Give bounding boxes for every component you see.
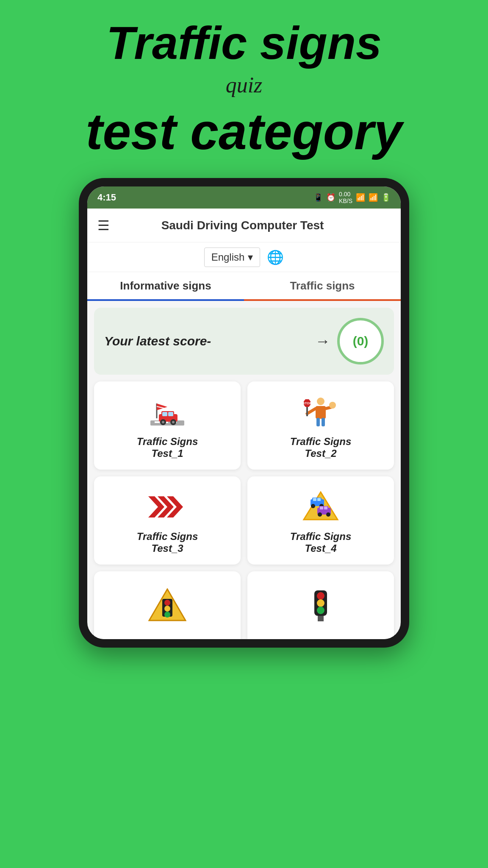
test1-icon <box>146 395 189 429</box>
test-card-3[interactable]: Traffic SignsTest_3 <box>94 476 241 565</box>
svg-point-34 <box>311 504 315 508</box>
test6-icon <box>299 588 342 622</box>
test-card-6[interactable] <box>247 571 394 639</box>
svg-point-41 <box>326 512 330 517</box>
svg-point-44 <box>164 600 170 606</box>
svg-rect-38 <box>320 506 323 509</box>
svg-point-45 <box>164 606 170 612</box>
svg-point-51 <box>317 606 324 614</box>
partial-row <box>87 571 401 639</box>
svg-point-24 <box>329 402 336 409</box>
test-card-2[interactable]: STOP Traffic SignsTest_2 <box>247 381 394 470</box>
svg-point-15 <box>317 398 324 405</box>
test5-icon <box>146 588 189 622</box>
test3-label: Traffic SignsTest_3 <box>137 531 198 554</box>
globe-icon[interactable]: 🌐 <box>267 249 284 265</box>
svg-line-19 <box>307 409 316 414</box>
language-bar: English ▾ 🌐 <box>87 242 401 272</box>
svg-rect-18 <box>322 418 325 426</box>
svg-rect-17 <box>316 418 320 426</box>
svg-rect-33 <box>317 498 321 501</box>
status-icons: 📱 ⏰ 0.00KB/S 📶 📶 🔋 <box>313 191 391 204</box>
score-label: Your latest score- <box>104 334 308 348</box>
test3-icon <box>146 490 189 524</box>
signal-icon: 📶 <box>369 193 378 202</box>
score-circle: (0) <box>337 318 384 364</box>
header-title-line3: test category <box>25 106 463 157</box>
svg-text:STOP: STOP <box>302 401 312 405</box>
svg-point-11 <box>172 421 175 423</box>
status-bar: 4:15 📱 ⏰ 0.00KB/S 📶 📶 🔋 <box>87 186 401 209</box>
tab-informative-signs[interactable]: Informative signs <box>87 272 244 301</box>
test4-label: Traffic SignsTest_4 <box>290 531 352 554</box>
test-card-4[interactable]: ! <box>247 476 394 565</box>
dropdown-icon: ▾ <box>248 251 253 263</box>
battery-icon: 🔋 <box>381 193 391 202</box>
svg-rect-1 <box>155 421 160 423</box>
svg-point-9 <box>162 421 164 423</box>
svg-point-49 <box>317 592 324 600</box>
svg-rect-39 <box>324 506 327 509</box>
tab-traffic-signs[interactable]: Traffic signs <box>244 272 401 301</box>
alarm-icon: ⏰ <box>326 193 336 202</box>
svg-rect-7 <box>168 412 173 416</box>
app-bar: ☰ Saudi Driving Computer Test <box>87 209 401 242</box>
test2-label: Traffic SignsTest_2 <box>290 436 352 459</box>
svg-point-40 <box>318 512 322 517</box>
test4-icon: ! <box>299 490 342 524</box>
language-label: English <box>211 251 245 263</box>
svg-point-50 <box>317 599 324 607</box>
page-header: Traffic signs quiz test category <box>0 0 488 165</box>
sim-icon: 📱 <box>313 193 323 202</box>
header-subtitle: quiz <box>25 72 463 97</box>
svg-rect-6 <box>162 412 167 416</box>
status-time: 4:15 <box>97 192 116 203</box>
wifi-icon: 📶 <box>356 193 365 202</box>
svg-rect-16 <box>316 406 326 419</box>
phone-frame: 4:15 📱 ⏰ 0.00KB/S 📶 📶 🔋 ☰ Saudi Driving … <box>79 178 409 648</box>
menu-icon[interactable]: ☰ <box>97 217 110 234</box>
data-speed: 0.00KB/S <box>339 191 352 204</box>
test-grid: Traffic SignsTest_1 <box>87 381 401 571</box>
svg-rect-32 <box>313 498 316 501</box>
score-arrow: → <box>315 332 330 350</box>
test-card-5[interactable] <box>94 571 241 639</box>
header-title-line1: Traffic signs <box>25 17 463 68</box>
language-dropdown[interactable]: English ▾ <box>204 248 261 267</box>
app-title: Saudi Driving Computer Test <box>120 219 365 232</box>
test1-label: Traffic SignsTest_1 <box>137 436 198 459</box>
score-value: (0) <box>353 334 369 348</box>
svg-point-46 <box>164 612 170 618</box>
test2-icon: STOP <box>299 395 342 429</box>
test-card-1[interactable]: Traffic SignsTest_1 <box>94 381 241 470</box>
tabs-row: Informative signs Traffic signs <box>87 272 401 301</box>
phone-screen: 4:15 📱 ⏰ 0.00KB/S 📶 📶 🔋 ☰ Saudi Driving … <box>87 186 401 639</box>
score-area: Your latest score- → (0) <box>94 308 394 375</box>
